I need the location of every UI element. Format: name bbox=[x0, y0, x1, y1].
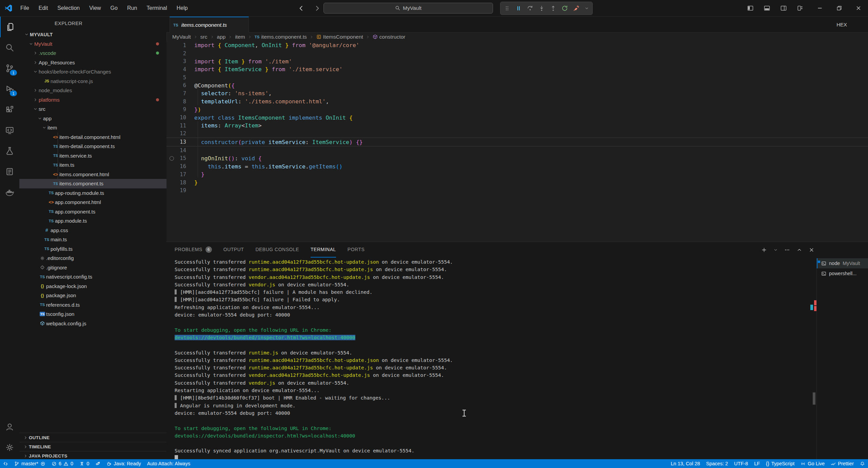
breadcrumb-item-src[interactable]: src bbox=[200, 34, 208, 40]
disconnect-icon[interactable] bbox=[573, 5, 579, 12]
status-language-mode[interactable]: {}TypeScript bbox=[763, 459, 797, 468]
back-icon[interactable] bbox=[298, 5, 305, 12]
tree-item-app-component-html[interactable]: <>app.component.html bbox=[19, 198, 166, 207]
tree-item-tsconfig-json[interactable]: TStsconfig.json bbox=[19, 309, 166, 319]
status-remote-indicator[interactable] bbox=[0, 459, 11, 468]
debug-dropdown-icon[interactable] bbox=[585, 6, 589, 11]
tree-item-item[interactable]: item bbox=[19, 123, 166, 133]
code-line-17[interactable]: 17 } bbox=[166, 170, 868, 179]
section-outline[interactable]: OUTLINE bbox=[19, 433, 166, 442]
tree-item-items-component-html[interactable]: <>items.component.html bbox=[19, 170, 166, 179]
vscode-logo-icon[interactable] bbox=[4, 4, 13, 12]
hex-button[interactable]: HEX bbox=[836, 22, 847, 27]
activity-project-manager[interactable] bbox=[0, 161, 19, 182]
terminal-node[interactable]: nodeMyVault bbox=[817, 258, 868, 268]
step-into-icon[interactable] bbox=[538, 5, 545, 12]
menu-go[interactable]: Go bbox=[106, 0, 122, 16]
code-line-13[interactable]: 13 constructor(private itemService: Item… bbox=[166, 138, 868, 146]
tree-item-app-module-ts[interactable]: TSapp.module.ts bbox=[19, 216, 166, 226]
activity-search[interactable] bbox=[0, 37, 19, 58]
menu-view[interactable]: View bbox=[84, 0, 105, 16]
activity-extensions[interactable] bbox=[0, 99, 19, 120]
menu-edit[interactable]: Edit bbox=[34, 0, 53, 16]
code-line-8[interactable]: 8 templateUrl: './items.component.html', bbox=[166, 98, 868, 106]
activity-settings[interactable] bbox=[0, 437, 19, 458]
tree-item-app-component-ts[interactable]: TSapp.component.ts bbox=[19, 207, 166, 217]
step-out-icon[interactable] bbox=[550, 5, 556, 12]
breadcrumb-item-itemscomponent[interactable]: ItemsComponent bbox=[316, 34, 363, 40]
tree-item--vscode[interactable]: .vscode bbox=[19, 48, 166, 58]
menu-terminal[interactable]: Terminal bbox=[142, 0, 172, 16]
status-prettier[interactable]: Prettier bbox=[828, 459, 857, 468]
code-line-2[interactable]: 2 bbox=[166, 49, 868, 58]
breadcrumb-item-item[interactable]: item bbox=[235, 34, 245, 40]
minimize-button[interactable] bbox=[810, 0, 829, 16]
activity-remote-explorer[interactable] bbox=[0, 120, 19, 141]
maximize-panel-icon[interactable] bbox=[796, 247, 802, 253]
terminal-powershell[interactable]: powershell... bbox=[817, 268, 868, 279]
forward-icon[interactable] bbox=[314, 5, 321, 12]
toggle-panel-icon[interactable] bbox=[764, 5, 770, 12]
menu-run[interactable]: Run bbox=[122, 0, 142, 16]
menu-file[interactable]: File bbox=[16, 0, 34, 16]
tree-item-myvault[interactable]: MyVault bbox=[19, 39, 166, 49]
new-terminal-icon[interactable] bbox=[761, 247, 767, 253]
status-java-status[interactable]: Java: Ready bbox=[103, 459, 144, 468]
tree-item--gitignore[interactable]: .gitignore bbox=[19, 263, 166, 272]
menu-selection[interactable]: Selection bbox=[53, 0, 84, 16]
activity-run-and-debug[interactable]: 1 bbox=[0, 79, 19, 99]
breakpoint-indicator-icon[interactable] bbox=[170, 156, 174, 161]
status-eol[interactable]: LF bbox=[751, 459, 763, 468]
status-go-live[interactable]: Go Live bbox=[797, 459, 828, 468]
toggle-primary-sidebar-icon[interactable] bbox=[747, 5, 754, 12]
panel-tab-terminal[interactable]: TERMINAL bbox=[311, 242, 336, 258]
tree-item-references-d-ts[interactable]: TSreferences.d.ts bbox=[19, 300, 166, 310]
code-line-5[interactable]: 5 bbox=[166, 74, 868, 82]
status-cursor-position[interactable]: Ln 13, Col 28 bbox=[668, 459, 703, 468]
tree-item-src[interactable]: src bbox=[19, 104, 166, 114]
section-java-projects[interactable]: JAVA PROJECTS bbox=[19, 451, 166, 459]
restart-icon[interactable] bbox=[561, 5, 568, 12]
status-ports[interactable]: 0 bbox=[76, 459, 92, 468]
tree-item-app-routing-module-ts[interactable]: TSapp-routing.module.ts bbox=[19, 188, 166, 198]
activity-docker[interactable] bbox=[0, 182, 19, 203]
tree-item-nativescript-core-js[interactable]: JSnativescript-core.js bbox=[19, 77, 166, 86]
restore-button[interactable] bbox=[829, 0, 849, 16]
tree-item-polyfills-ts[interactable]: TSpolyfills.ts bbox=[19, 244, 166, 254]
code-line-18[interactable]: 18} bbox=[166, 179, 868, 187]
code-line-12[interactable]: 12 bbox=[166, 130, 868, 138]
panel-more-actions-icon[interactable] bbox=[784, 247, 790, 253]
code-line-3[interactable]: 3import { Item } from './item' bbox=[166, 57, 868, 65]
tree-item-item-detail-component-ts[interactable]: TSitem-detail.component.ts bbox=[19, 142, 166, 151]
code-line-6[interactable]: 6@Component({ bbox=[166, 81, 868, 89]
tree-item-item-ts[interactable]: TSitem.ts bbox=[19, 160, 166, 170]
code-line-4[interactable]: 4import { ItemService } from './item.ser… bbox=[166, 65, 868, 74]
code-line-11[interactable]: 11 items: Array<Item> bbox=[166, 122, 868, 130]
activity-explorer[interactable] bbox=[0, 17, 20, 37]
terminal-profile-dropdown-icon[interactable] bbox=[773, 248, 778, 252]
breadcrumb-item-items-component-ts[interactable]: TSitems.component.ts bbox=[255, 34, 307, 40]
panel-tab-debug-console[interactable]: DEBUG CONSOLE bbox=[255, 242, 299, 258]
menu-help[interactable]: Help bbox=[172, 0, 193, 16]
tree-item-nativescript-config-ts[interactable]: TSnativescript.config.ts bbox=[19, 272, 166, 282]
step-over-icon[interactable] bbox=[527, 5, 533, 12]
activity-accounts[interactable] bbox=[0, 416, 19, 437]
code-line-15[interactable]: 15 ngOnInit(): void { bbox=[166, 155, 868, 163]
code-line-7[interactable]: 7 selector: 'ns-items', bbox=[166, 89, 868, 98]
section-timeline[interactable]: TIMELINE bbox=[19, 442, 166, 451]
activity-source-control[interactable]: 1 bbox=[0, 58, 19, 79]
tree-item-item-service-ts[interactable]: TSitem.service.ts bbox=[19, 151, 166, 161]
tree-item-node-modules[interactable]: node_modules bbox=[19, 86, 166, 95]
terminal-scrollbar-thumb[interactable] bbox=[813, 392, 815, 405]
tree-root-myvault[interactable]: MYVAULT bbox=[19, 30, 166, 39]
activity-testing[interactable] bbox=[0, 141, 19, 161]
status-git-branch[interactable]: master* bbox=[11, 459, 48, 468]
code-editor[interactable]: 1import { Component, OnInit } from '@ang… bbox=[166, 41, 868, 241]
tree-item-main-ts[interactable]: TSmain.ts bbox=[19, 235, 166, 244]
tree-item-package-json[interactable]: {}package.json bbox=[19, 291, 166, 300]
code-line-19[interactable]: 19 bbox=[166, 186, 868, 195]
tree-item-app-resources[interactable]: App_Resources bbox=[19, 58, 166, 67]
customize-layout-icon[interactable] bbox=[797, 5, 804, 12]
breadcrumb-item-constructor[interactable]: constructor bbox=[373, 34, 406, 40]
tree-item--editorconfig[interactable]: .editorconfig bbox=[19, 253, 166, 263]
